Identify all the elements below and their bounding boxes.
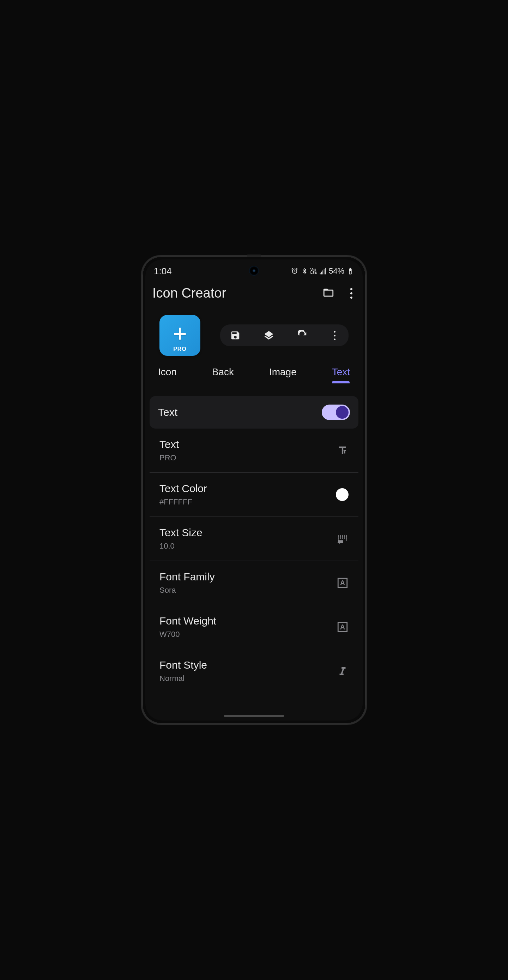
setting-label: Text Size — [159, 527, 203, 539]
plus-icon: + — [173, 321, 187, 345]
save-button[interactable] — [230, 330, 241, 340]
tab-icon[interactable]: Icon — [158, 366, 177, 383]
save-icon — [230, 330, 241, 340]
status-icons: Vo) LTE 54% — [291, 267, 354, 276]
alarm-icon — [291, 267, 298, 275]
toolbar-more-button[interactable] — [330, 331, 339, 340]
toolbar — [220, 325, 349, 346]
svg-rect-0 — [338, 540, 343, 543]
setting-value: 10.0 — [159, 541, 203, 551]
layers-button[interactable] — [264, 330, 274, 340]
screen: 1:04 Vo) LTE 54% Icon Creator — [145, 259, 363, 721]
svg-text:A: A — [340, 579, 345, 587]
setting-font-weight[interactable]: Font Weight W700 A — [149, 605, 359, 649]
section-title: Text — [158, 406, 178, 418]
folder-button[interactable] — [322, 286, 335, 300]
preview-section: + PRO — [145, 309, 363, 366]
more-button[interactable] — [347, 288, 356, 299]
tab-text[interactable]: Text — [332, 366, 350, 383]
font-icon: A — [337, 577, 349, 589]
setting-text-size[interactable]: Text Size 10.0 — [149, 517, 359, 561]
folder-icon — [322, 286, 335, 299]
battery-icon — [346, 267, 354, 275]
font-weight-icon: A — [337, 621, 349, 633]
color-swatch — [336, 488, 349, 501]
icon-preview-label: PRO — [173, 346, 187, 352]
setting-value: PRO — [159, 453, 179, 463]
app-bar: Icon Creator — [145, 278, 363, 309]
italic-icon — [337, 665, 349, 677]
text-toggle[interactable] — [322, 404, 350, 420]
setting-value: Sora — [159, 585, 215, 595]
reset-button[interactable] — [297, 330, 308, 340]
toggle-knob — [336, 406, 349, 419]
camera-notch — [249, 266, 259, 276]
setting-text[interactable]: Text PRO — [149, 429, 359, 473]
setting-label: Text — [159, 439, 179, 450]
text-section-header: Text — [149, 396, 359, 429]
tab-image[interactable]: Image — [269, 366, 297, 383]
battery-text: 54% — [329, 267, 344, 276]
setting-value: Normal — [159, 674, 207, 683]
text-format-icon — [337, 444, 349, 457]
icon-preview[interactable]: + PRO — [159, 315, 200, 356]
setting-value: W700 — [159, 630, 216, 639]
setting-text-color[interactable]: Text Color #FFFFFF — [149, 473, 359, 517]
nav-bar[interactable] — [224, 715, 284, 717]
setting-value: #FFFFFF — [159, 497, 207, 507]
phone-frame: 1:04 Vo) LTE 54% Icon Creator — [141, 255, 367, 725]
setting-font-style[interactable]: Font Style Normal — [149, 649, 359, 693]
size-icon — [337, 533, 349, 545]
setting-label: Font Style — [159, 659, 207, 671]
setting-label: Font Weight — [159, 615, 216, 627]
status-time: 1:04 — [154, 266, 172, 277]
settings-list: Text PRO Text Color #FFFFFF Text Siz — [149, 429, 359, 693]
setting-label: Text Color — [159, 483, 207, 495]
tabs: Icon Back Image Text — [145, 366, 363, 391]
app-bar-actions — [322, 286, 356, 300]
lte-icon: Vo) LTE — [310, 269, 317, 274]
signal-icon — [319, 267, 327, 275]
page-title: Icon Creator — [152, 286, 226, 301]
bluetooth-icon — [300, 267, 308, 275]
layers-icon — [264, 330, 274, 340]
tab-back[interactable]: Back — [212, 366, 234, 383]
setting-font-family[interactable]: Font Family Sora A — [149, 561, 359, 605]
svg-text:A: A — [340, 623, 345, 631]
refresh-icon — [297, 330, 308, 340]
setting-label: Font Family — [159, 571, 215, 583]
